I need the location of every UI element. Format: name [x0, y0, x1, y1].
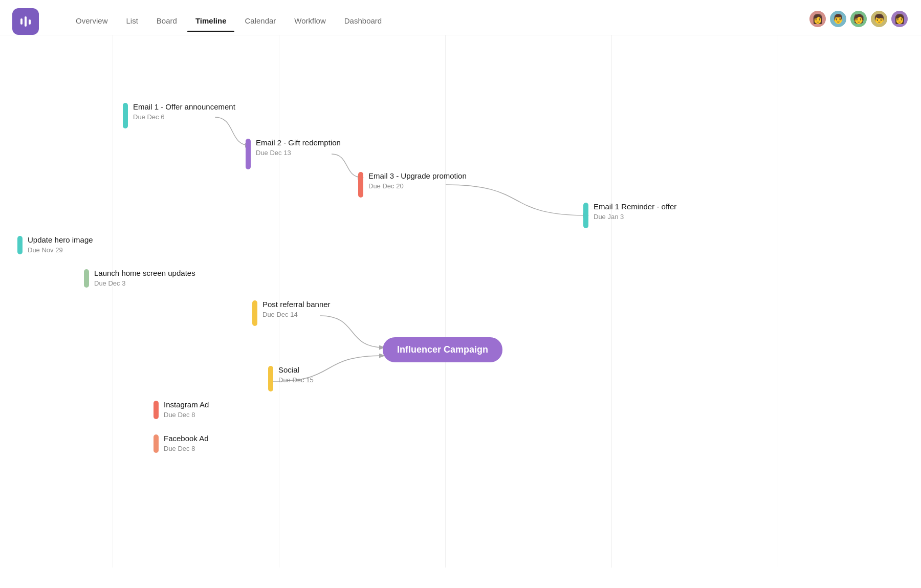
nav-tab-board[interactable]: Board [148, 11, 185, 32]
task-bar-email1reminder [583, 203, 588, 228]
nav-tabs: OverviewListBoardTimelineCalendarWorkflo… [68, 11, 808, 32]
task-bar-instagramad [154, 401, 159, 419]
task-content-email2: Email 2 - Gift redemptionDue Dec 13 [256, 138, 341, 157]
nav-tab-workflow[interactable]: Workflow [286, 11, 334, 32]
task-name-instagramad: Instagram Ad [164, 400, 209, 410]
task-content-social: SocialDue Dec 15 [278, 365, 314, 384]
grid-line [445, 35, 446, 568]
task-due-email3: Due Dec 20 [368, 182, 467, 190]
task-bar-social [268, 366, 273, 391]
task-due-instagramad: Due Dec 8 [164, 411, 209, 419]
task-content-facebookad: Facebook AdDue Dec 8 [164, 433, 209, 452]
grid-line [778, 35, 778, 568]
nav-tab-overview[interactable]: Overview [68, 11, 116, 32]
task-due-email1: Due Dec 6 [133, 113, 235, 121]
task-content-launchhome: Launch home screen updatesDue Dec 3 [94, 268, 195, 287]
task-content-email1: Email 1 - Offer announcementDue Dec 6 [133, 102, 235, 121]
svg-rect-2 [29, 19, 31, 25]
task-name-email1reminder: Email 1 Reminder - offer [594, 202, 676, 212]
avatar-group: 👩👨🧑👦👩 [808, 10, 909, 33]
task-bar-email3 [358, 172, 363, 198]
task-name-launchhome: Launch home screen updates [94, 268, 195, 278]
task-due-postreferral: Due Dec 14 [262, 311, 331, 318]
task-content-email1reminder: Email 1 Reminder - offerDue Jan 3 [594, 202, 676, 221]
avatar-4: 👩 [890, 10, 909, 28]
task-item-email3[interactable]: Email 3 - Upgrade promotionDue Dec 20 [358, 171, 467, 198]
task-bar-postreferral [252, 300, 257, 326]
task-bar-facebookad [154, 434, 159, 453]
svg-rect-1 [25, 16, 27, 27]
app-icon [12, 8, 39, 35]
avatar-3: 👦 [870, 10, 888, 28]
task-item-instagramad[interactable]: Instagram AdDue Dec 8 [154, 400, 209, 419]
task-due-email2: Due Dec 13 [256, 149, 341, 157]
header: OverviewListBoardTimelineCalendarWorkflo… [0, 0, 921, 35]
nav-tab-list[interactable]: List [118, 11, 146, 32]
task-name-email2: Email 2 - Gift redemption [256, 138, 341, 148]
task-item-email1reminder[interactable]: Email 1 Reminder - offerDue Jan 3 [583, 202, 676, 228]
task-content-email3: Email 3 - Upgrade promotionDue Dec 20 [368, 171, 467, 190]
task-bar-updatehero [17, 236, 23, 254]
influencer-campaign-pill[interactable]: Influencer Campaign [383, 337, 502, 362]
avatar-1: 👨 [829, 10, 847, 28]
task-name-email1: Email 1 - Offer announcement [133, 102, 235, 112]
avatar-2: 🧑 [849, 10, 868, 28]
task-name-facebookad: Facebook Ad [164, 433, 209, 444]
grid-line [113, 35, 113, 568]
task-due-updatehero: Due Nov 29 [28, 246, 93, 254]
task-name-email3: Email 3 - Upgrade promotion [368, 171, 467, 181]
task-name-postreferral: Post referral banner [262, 299, 331, 310]
timeline-area: Email 1 - Offer announcementDue Dec 6Ema… [0, 35, 921, 568]
nav-tab-dashboard[interactable]: Dashboard [336, 11, 390, 32]
task-due-email1reminder: Due Jan 3 [594, 213, 676, 221]
app-container: OverviewListBoardTimelineCalendarWorkflo… [0, 0, 921, 568]
task-item-postreferral[interactable]: Post referral bannerDue Dec 14 [252, 299, 331, 326]
task-item-email1[interactable]: Email 1 - Offer announcementDue Dec 6 [123, 102, 235, 128]
task-content-postreferral: Post referral bannerDue Dec 14 [262, 299, 331, 318]
task-item-email2[interactable]: Email 2 - Gift redemptionDue Dec 13 [246, 138, 341, 169]
grid-line [611, 35, 612, 568]
task-name-updatehero: Update hero image [28, 235, 93, 245]
task-due-facebookad: Due Dec 8 [164, 445, 209, 452]
nav-tab-timeline[interactable]: Timeline [187, 11, 235, 32]
task-name-social: Social [278, 365, 314, 375]
task-bar-launchhome [84, 269, 89, 288]
task-item-updatehero[interactable]: Update hero imageDue Nov 29 [17, 235, 93, 254]
task-item-facebookad[interactable]: Facebook AdDue Dec 8 [154, 433, 209, 453]
task-item-social[interactable]: SocialDue Dec 15 [268, 365, 314, 391]
nav-tab-calendar[interactable]: Calendar [236, 11, 284, 32]
task-bar-email1 [123, 103, 128, 128]
task-bar-email2 [246, 139, 251, 169]
task-due-launchhome: Due Dec 3 [94, 279, 195, 287]
task-item-launchhome[interactable]: Launch home screen updatesDue Dec 3 [84, 268, 195, 288]
task-content-instagramad: Instagram AdDue Dec 8 [164, 400, 209, 419]
task-content-updatehero: Update hero imageDue Nov 29 [28, 235, 93, 254]
avatar-0: 👩 [808, 10, 827, 28]
task-due-social: Due Dec 15 [278, 376, 314, 384]
svg-rect-0 [20, 18, 23, 25]
